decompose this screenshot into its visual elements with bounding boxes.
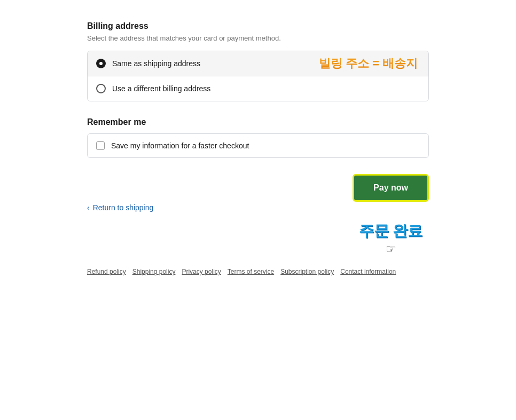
footer-links: Refund policy Shipping policy Privacy po… <box>87 268 429 278</box>
footer-links-row2: Contact information <box>340 268 402 278</box>
footer-links-row1: Refund policy Shipping policy Privacy po… <box>87 268 340 275</box>
billing-different-radio-circle <box>96 84 106 93</box>
privacy-policy-link[interactable]: Privacy policy <box>182 268 221 275</box>
save-info-checkbox[interactable] <box>96 141 105 150</box>
terms-of-service-link[interactable]: Terms of service <box>228 268 274 275</box>
save-info-label: Save my information for a faster checkou… <box>111 141 249 150</box>
billing-same-radio-circle <box>96 59 106 68</box>
billing-address-radio-group: Same as shipping address 빌링 주소 = 배송지 Use… <box>87 51 429 101</box>
billing-subtitle: Select the address that matches your car… <box>87 34 429 42</box>
korean-order-complete: 주문 완료 <box>359 221 423 241</box>
billing-different-label: Use a different billing address <box>112 84 210 93</box>
cursor-icon: ☞ <box>386 242 396 256</box>
subscription-policy-link[interactable]: Subscription policy <box>280 268 334 275</box>
return-to-shipping-label: Return to shipping <box>93 203 154 212</box>
return-to-shipping-link[interactable]: ‹ Return to shipping <box>87 203 153 212</box>
remember-section: Remember me Save my information for a fa… <box>87 117 429 158</box>
actions-row: ‹ Return to shipping Pay now ☞ 주문 완료 <box>87 174 429 241</box>
refund-policy-link[interactable]: Refund policy <box>87 268 126 275</box>
chevron-left-icon: ‹ <box>87 203 90 212</box>
billing-different-address-option[interactable]: Use a different billing address <box>88 76 428 101</box>
save-info-option[interactable]: Save my information for a faster checkou… <box>88 134 428 157</box>
remember-checkbox-group: Save my information for a faster checkou… <box>87 133 429 158</box>
shipping-policy-link[interactable]: Shipping policy <box>132 268 176 275</box>
billing-same-as-shipping-option[interactable]: Same as shipping address 빌링 주소 = 배송지 <box>88 51 428 76</box>
remember-title: Remember me <box>87 117 429 127</box>
pay-now-button[interactable]: Pay now <box>353 174 429 202</box>
billing-korean-annotation: 빌링 주소 = 배송지 <box>319 56 418 72</box>
page-wrapper: Billing address Select the address that … <box>71 0 445 299</box>
billing-title: Billing address <box>87 21 429 31</box>
pay-now-wrapper: Pay now ☞ 주문 완료 <box>353 174 429 241</box>
contact-information-link[interactable]: Contact information <box>340 268 396 278</box>
billing-section: Billing address Select the address that … <box>87 21 429 101</box>
billing-same-label: Same as shipping address <box>112 59 200 68</box>
